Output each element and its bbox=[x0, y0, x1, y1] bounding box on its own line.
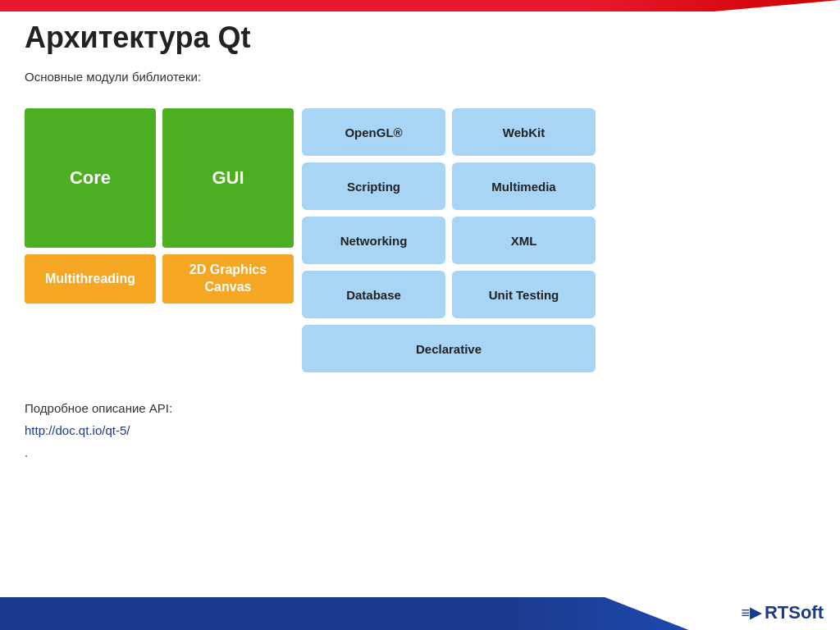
module-row-3: Networking XML bbox=[302, 217, 596, 264]
declarative-box: Declarative bbox=[302, 325, 596, 372]
multithreading-box: Multithreading bbox=[25, 254, 156, 304]
core-box: Core bbox=[25, 108, 156, 248]
opengl-box: OpenGL® bbox=[302, 108, 445, 156]
main-content: Архитектура Qt Основные модули библиотек… bbox=[25, 21, 815, 463]
rtsoft-logo-text: RTSoft bbox=[765, 602, 824, 623]
architecture-diagram: Core GUI Multithreading 2D Graphics Canv… bbox=[25, 108, 815, 372]
top-decorative-bar bbox=[0, 0, 840, 11]
subtitle-text: Основные модули библиотеки: bbox=[25, 70, 815, 84]
module-row-4: Database Unit Testing bbox=[302, 271, 596, 318]
module-row-1: OpenGL® WebKit bbox=[302, 108, 596, 156]
core-gui-row: Core GUI bbox=[25, 108, 294, 248]
bottom-decorative-bar bbox=[0, 597, 840, 630]
rtsoft-logo: ≡▶ RTSoft bbox=[741, 602, 824, 623]
gui-box: GUI bbox=[162, 108, 294, 248]
networking-box: Networking bbox=[302, 217, 445, 264]
webkit-box: WebKit bbox=[452, 108, 596, 156]
database-box: Database bbox=[302, 271, 445, 318]
right-section: OpenGL® WebKit Scripting Multimedia Netw… bbox=[302, 108, 596, 372]
scripting-box: Scripting bbox=[302, 162, 445, 210]
unit-testing-box: Unit Testing bbox=[452, 271, 596, 318]
footer-line1: Подробное описание API: bbox=[25, 397, 815, 419]
footer: Подробное описание API: http://doc.qt.io… bbox=[25, 397, 815, 463]
multimedia-box: Multimedia bbox=[452, 162, 596, 210]
left-section: Core GUI Multithreading 2D Graphics Canv… bbox=[25, 108, 294, 304]
module-row-5: Declarative bbox=[302, 325, 596, 372]
bottom-row: Multithreading 2D Graphics Canvas bbox=[25, 254, 294, 304]
rtsoft-logo-icon: ≡▶ bbox=[741, 604, 761, 622]
footer-line2: http://doc.qt.io/qt-5/ bbox=[25, 419, 815, 441]
xml-box: XML bbox=[452, 217, 596, 264]
graphics-canvas-box: 2D Graphics Canvas bbox=[162, 254, 294, 304]
footer-line3: . bbox=[25, 441, 815, 463]
module-row-2: Scripting Multimedia bbox=[302, 162, 596, 210]
page-title: Архитектура Qt bbox=[25, 21, 815, 55]
